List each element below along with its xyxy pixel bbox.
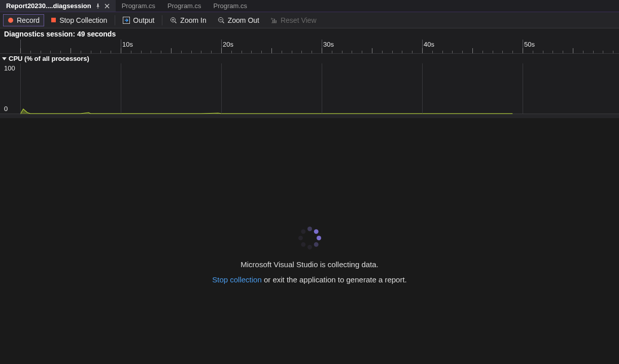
record-icon <box>8 17 14 23</box>
status-line-2: Stop collection or exit the application … <box>157 272 462 287</box>
zoom-in-icon <box>170 17 177 24</box>
stop-collection-link[interactable]: Stop collection <box>212 275 262 284</box>
tab-program-cs-1[interactable]: Program.cs <box>116 0 161 12</box>
cpu-chart-header[interactable]: CPU (% of all processors) <box>0 54 619 63</box>
toolbar-separator <box>115 15 115 25</box>
tab-program-cs-2[interactable]: Program.cs <box>161 0 207 12</box>
cpu-chart-title: CPU (% of all processors) <box>9 55 89 62</box>
cpu-line-plot <box>20 63 619 114</box>
tab-label: Program.cs <box>167 2 201 10</box>
zoom-out-button[interactable]: Zoom Out <box>213 14 264 26</box>
reset-view-button[interactable]: Reset View <box>266 14 321 26</box>
tab-report-diagsession[interactable]: Report20230....diagsession <box>0 0 116 12</box>
ruler-tick-label: 20s <box>223 41 233 48</box>
stop-icon <box>51 17 56 23</box>
timeline-ruler[interactable]: 10s20s30s40s50s <box>0 40 619 54</box>
status-line-1: Microsoft Visual Studio is collecting da… <box>157 257 462 272</box>
report-pane: Microsoft Visual Studio is collecting da… <box>0 114 619 357</box>
zoom-out-label: Zoom Out <box>228 16 259 24</box>
ruler-tick-label: 50s <box>524 41 535 48</box>
svg-rect-6 <box>274 19 275 23</box>
record-button[interactable]: Record <box>3 14 44 26</box>
tab-label: Program.cs <box>214 2 247 10</box>
pin-icon[interactable] <box>95 4 100 9</box>
tab-program-cs-3[interactable]: Program.cs <box>208 0 253 12</box>
stop-collection-label: Stop Collection <box>59 16 107 24</box>
toolbar-separator <box>162 15 162 25</box>
svg-rect-1 <box>51 18 56 22</box>
ruler-tick-label: 40s <box>424 41 434 48</box>
y-axis-max: 100 <box>4 64 15 72</box>
collapse-icon <box>2 56 7 61</box>
zoom-in-label: Zoom In <box>180 16 206 24</box>
tab-label: Program.cs <box>122 2 155 10</box>
stop-collection-button[interactable]: Stop Collection <box>46 14 112 26</box>
status-line-2-suffix: or exit the application to generate a re… <box>262 275 407 284</box>
y-axis-min: 0 <box>4 105 8 113</box>
output-button[interactable]: Output <box>118 14 159 26</box>
zoom-out-icon <box>218 17 225 24</box>
collecting-status: Microsoft Visual Studio is collecting da… <box>157 226 462 287</box>
svg-rect-5 <box>272 20 273 23</box>
session-label: Diagnostics session: 49 seconds <box>0 28 619 40</box>
output-icon <box>123 17 130 24</box>
svg-rect-7 <box>276 20 277 23</box>
reset-view-icon <box>270 17 278 24</box>
record-label: Record <box>17 16 40 24</box>
toolbar: Record Stop Collection Output Zoom In Zo… <box>0 12 619 28</box>
spinner-icon <box>297 226 322 250</box>
tab-label: Report20230....diagsession <box>6 2 91 10</box>
ruler-tick-label: 30s <box>323 41 334 48</box>
cpu-chart[interactable]: 100 0 <box>0 63 619 114</box>
output-label: Output <box>133 16 154 24</box>
svg-point-0 <box>8 18 13 23</box>
close-icon[interactable] <box>105 4 110 9</box>
ruler-tick-label: 10s <box>122 41 133 48</box>
tab-strip: Report20230....diagsession Program.cs Pr… <box>0 0 619 12</box>
reset-view-label: Reset View <box>281 16 317 24</box>
zoom-in-button[interactable]: Zoom In <box>165 14 211 26</box>
